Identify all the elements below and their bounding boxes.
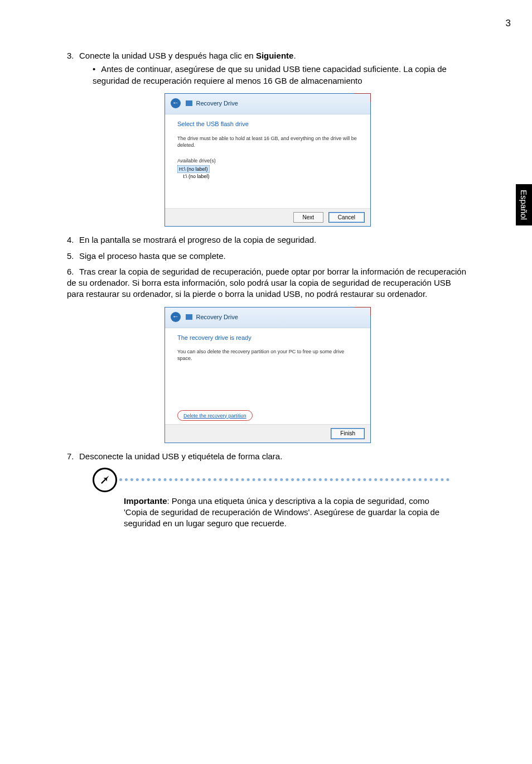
svg-line-0 (101, 479, 105, 483)
recovery-drive-dialog-select: × ← Recovery Drive Select the USB flash … (165, 93, 371, 227)
dialog-description: You can also delete the recovery partiti… (177, 348, 358, 362)
dialog-description: The drive must be able to hold at least … (177, 135, 358, 148)
drive-option-h[interactable]: H:\ (no label) (177, 165, 210, 173)
dialog-titlebar: ← Recovery Drive (165, 307, 370, 328)
step-7: 7.Desconecte la unidad USB y etiquétela … (67, 451, 468, 462)
dialog-heading: The recovery drive is ready (177, 334, 358, 342)
step-number: 3. (67, 50, 79, 61)
recovery-drive-icon (186, 100, 192, 106)
cancel-button[interactable]: Cancel (328, 212, 365, 223)
dialog-titlebar: ← Recovery Drive (165, 94, 370, 114)
note-label: Importante (124, 496, 167, 506)
step-text: Siga el proceso hasta que se complete. (79, 251, 226, 261)
finish-button[interactable]: Finish (331, 428, 365, 439)
step-text: Conecte la unidad USB y después haga cli… (79, 51, 256, 60)
step-5: 5.Siga el proceso hasta que se complete. (67, 251, 468, 262)
page-number: 3 (506, 18, 511, 29)
step-text: . (293, 51, 296, 60)
dialog-title: Recovery Drive (196, 99, 238, 106)
dialog-title: Recovery Drive (196, 313, 238, 320)
delete-recovery-partition-link[interactable]: Delete the recovery partition (183, 413, 246, 419)
back-button[interactable]: ← (171, 98, 181, 108)
step-4: 4.En la pantalla se mostrará el progreso… (67, 234, 468, 246)
recovery-drive-icon (186, 314, 192, 320)
note-separator-dots (119, 478, 449, 481)
delete-partition-link-highlight: Delete the recovery partition (177, 410, 253, 421)
step-text-bold: Siguiente (256, 51, 294, 60)
back-button[interactable]: ← (171, 312, 181, 322)
dialog-footer: Next Cancel (165, 208, 370, 227)
available-drives-label: Available drive(s) (177, 157, 358, 164)
recovery-drive-dialog-ready: × ← Recovery Drive The recovery drive is… (165, 307, 371, 443)
step-number: 7. (67, 451, 79, 462)
next-button[interactable]: Next (293, 212, 324, 223)
important-note: Importante: Ponga una etiqueta única y d… (93, 468, 449, 530)
step-number: 4. (67, 234, 79, 246)
dialog-heading: Select the USB flash drive (177, 120, 358, 128)
note-text: : Ponga una etiqueta única y descriptiva… (124, 496, 439, 528)
step-text: Desconecte la unidad USB y etiquétela de… (79, 451, 282, 461)
step-text: En la pantalla se mostrará el progreso d… (79, 235, 316, 244)
language-tab: Español (516, 184, 532, 225)
step-3: 3.Conecte la unidad USB y después haga c… (67, 50, 468, 227)
step-6: 6.Tras crear la copia de seguridad de re… (67, 266, 468, 443)
page-content: 3.Conecte la unidad USB y después haga c… (67, 50, 468, 530)
step-number: 6. (67, 266, 79, 277)
drive-option-i[interactable]: I:\ (no label) (177, 173, 358, 180)
pin-icon (93, 468, 117, 492)
dialog-footer: Finish (165, 424, 370, 443)
step-text: Tras crear la copia de seguridad de recu… (67, 267, 466, 299)
step-number: 5. (67, 251, 79, 262)
step-sub-bullet: Antes de continuar, asegúrese de que su … (93, 64, 468, 87)
